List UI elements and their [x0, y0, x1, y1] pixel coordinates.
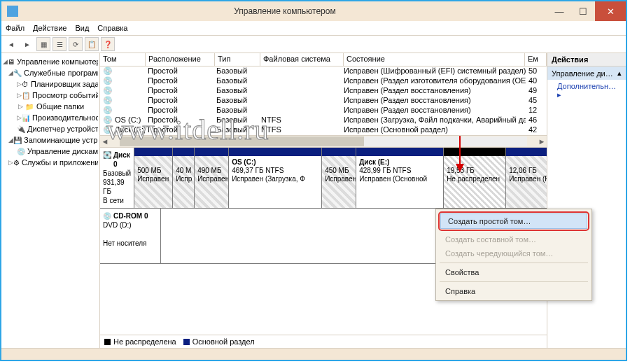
actions-more-link[interactable]: Дополнительн… ▸	[547, 80, 626, 102]
legend: Не распределена Основной раздел	[100, 335, 547, 348]
volume-row[interactable]: 💿 ПростойБазовыйИсправен (Раздел восстан…	[100, 106, 547, 115]
back-button[interactable]: ◄	[4, 37, 18, 51]
maximize-button[interactable]: ☐	[571, 1, 595, 21]
refresh-button[interactable]: ⟳	[69, 37, 83, 51]
menu-help[interactable]: Справка	[97, 24, 127, 32]
close-button[interactable]: ✕	[595, 1, 626, 21]
tree-root[interactable]: ◢🖥Управление компьютером (	[3, 56, 98, 67]
tree-disk-management[interactable]: 💿Управление дисками	[3, 146, 98, 157]
disk-0-label[interactable]: 💽Диск 0 Базовый 931,39 ГБ В сети	[100, 148, 134, 208]
ctx-create-spanned-volume: Создать составной том…	[438, 232, 589, 246]
tree-system-tools[interactable]: ◢🔧Служебные программы	[3, 67, 98, 78]
volume-row[interactable]: 💿 ПростойБазовыйИсправен (Раздел восстан…	[100, 86, 547, 96]
volume-row[interactable]: 💿 OS (C:)ПростойБазовыйNTFSИсправен (Заг…	[100, 115, 547, 125]
legend-unalloc-swatch	[104, 339, 111, 345]
ctx-properties[interactable]: Свойства	[438, 265, 589, 279]
partition-5[interactable]: 450 МБИсправен	[322, 148, 356, 208]
cdrom-label[interactable]: 💿CD-ROM 0 DVD (D:) Нет носителя	[100, 209, 161, 263]
titlebar: Управление компьютером — ☐ ✕	[1, 1, 626, 21]
disk-icon: 💽	[103, 150, 111, 169]
col-layout[interactable]: Расположение	[146, 53, 215, 66]
partition-8[interactable]: 12,06 ГБИсправен (Разд	[506, 148, 547, 208]
menu-action[interactable]: Действие	[33, 24, 66, 32]
window-title: Управление компьютером	[22, 6, 547, 16]
partition-3[interactable]: 490 МБИсправен	[195, 148, 229, 208]
expand-icon: ▴	[617, 69, 622, 78]
legend-unalloc-label: Не распределена	[113, 337, 176, 346]
tree-device-manager[interactable]: 🔌Диспетчер устройств	[3, 123, 98, 134]
minimize-button[interactable]: —	[547, 1, 571, 21]
menu-view[interactable]: Вид	[75, 24, 89, 32]
col-capacity[interactable]: Ем	[525, 53, 547, 66]
tree-performance[interactable]: ▷📊Производительность	[3, 112, 98, 123]
tree-task-scheduler[interactable]: ▷⏱Планировщик заданий	[3, 78, 98, 90]
partition-os-c[interactable]: OS (C:)469,37 ГБ NTFSИсправен (Загрузка,…	[229, 148, 322, 208]
forward-button[interactable]: ►	[20, 37, 34, 51]
partition-2[interactable]: 40 МИспр	[173, 148, 195, 208]
volume-row[interactable]: 💿 ПростойБазовыйИсправен (Шифрованный (E…	[100, 66, 547, 76]
col-type[interactable]: Тип	[215, 53, 260, 66]
statusbar	[1, 348, 626, 360]
toolbar-btn-2[interactable]: ☰	[52, 37, 66, 51]
col-volume[interactable]: Том	[100, 53, 146, 66]
ctx-create-striped-volume: Создать чередующийся том…	[438, 246, 589, 260]
col-fs[interactable]: Файловая система	[260, 53, 344, 66]
grid-hscrollbar[interactable]: ◄►	[100, 135, 547, 147]
actions-disk-mgmt-link[interactable]: Управление ди…▴	[547, 66, 626, 80]
ctx-separator	[440, 262, 588, 263]
volume-grid-header: Том Расположение Тип Файловая система Со…	[100, 53, 547, 66]
ctx-help[interactable]: Справка	[438, 284, 589, 298]
context-menu: Создать простой том… Создать составной т…	[435, 209, 592, 301]
app-icon	[7, 6, 18, 17]
menubar: Файл Действие Вид Справка	[1, 21, 626, 36]
volume-row[interactable]: 💿 ПростойБазовыйИсправен (Раздел восстан…	[100, 96, 547, 106]
actions-header: Действия	[547, 53, 626, 66]
toolbar-btn-1[interactable]: ▦	[36, 37, 50, 51]
tree-event-viewer[interactable]: ▷📋Просмотр событий	[3, 90, 98, 101]
nav-tree: ◢🖥Управление компьютером ( ◢🔧Служебные п…	[1, 53, 100, 348]
tree-services-apps[interactable]: ▷⚙Службы и приложения	[3, 157, 98, 168]
partition-unallocated[interactable]: 19,53 ГБНе распределен	[444, 148, 506, 208]
disk-0-row: 💽Диск 0 Базовый 931,39 ГБ В сети 500 МБИ…	[100, 148, 547, 209]
col-status[interactable]: Состояние	[344, 53, 525, 66]
legend-primary-swatch	[183, 339, 190, 345]
partition-disk-e[interactable]: Диск (E:)428,99 ГБ NTFSИсправен (Основно…	[356, 148, 444, 208]
tree-storage[interactable]: ◢💾Запоминающие устройст	[3, 134, 98, 146]
tree-shared-folders[interactable]: ▷📁Общие папки	[3, 101, 98, 112]
volume-row[interactable]: 💿 Диск (E:)ПростойБазовыйNTFSИсправен (О…	[100, 125, 547, 135]
legend-primary-label: Основной раздел	[192, 337, 255, 346]
partition-1[interactable]: 500 МБИсправен	[134, 148, 173, 208]
toolbar: ◄ ► ▦ ☰ ⟳ 📋 ❓	[1, 36, 626, 53]
volume-row[interactable]: 💿 ПростойБазовыйИсправен (Раздел изготов…	[100, 76, 547, 86]
volume-grid-body: 💿 ПростойБазовыйИсправен (Шифрованный (E…	[100, 66, 547, 135]
cdrom-icon: 💿	[103, 211, 111, 220]
ctx-separator	[440, 281, 588, 282]
actions-pane: Действия Управление ди…▴ Дополнительн… ▸	[547, 53, 626, 348]
menu-file[interactable]: Файл	[6, 24, 24, 32]
ctx-create-simple-volume[interactable]: Создать простой том…	[440, 214, 587, 229]
toolbar-btn-3[interactable]: 📋	[85, 37, 99, 51]
toolbar-btn-4[interactable]: ❓	[101, 37, 115, 51]
